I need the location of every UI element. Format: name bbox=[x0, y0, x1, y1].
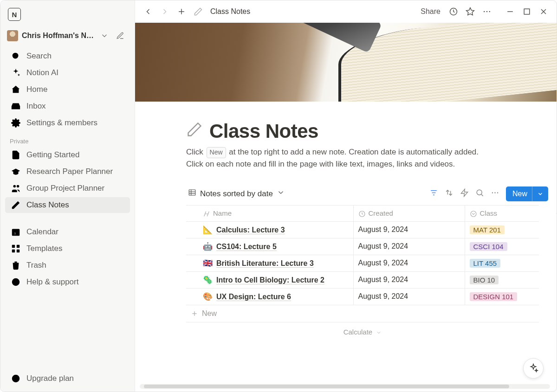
gear-icon bbox=[11, 118, 21, 128]
share-button[interactable]: Share bbox=[417, 6, 444, 18]
table-row[interactable]: 🦠Intro to Cell Biology: Lecture 2August … bbox=[186, 271, 539, 288]
automation-icon[interactable] bbox=[460, 188, 469, 199]
row-created: August 9, 2024 bbox=[353, 255, 465, 271]
window-close-icon[interactable] bbox=[536, 4, 551, 19]
app-logo: N bbox=[3, 4, 132, 28]
chevron-down-icon bbox=[100, 31, 109, 40]
svg-point-3 bbox=[13, 185, 16, 188]
class-tag: CSCI 104 bbox=[470, 242, 507, 251]
page-emoji-icon[interactable] bbox=[186, 121, 203, 141]
favorite-icon[interactable] bbox=[463, 4, 478, 19]
sidebar-item-home[interactable]: Home bbox=[5, 82, 130, 97]
clock-icon bbox=[358, 210, 366, 218]
sidebar-item-label: Research Paper Planner bbox=[26, 167, 113, 176]
workspace-switcher[interactable]: Chris Hoffman's N… bbox=[3, 28, 132, 43]
sidebar-item-settings[interactable]: Settings & members bbox=[5, 115, 130, 131]
sidebar-page-group[interactable]: Group Project Planner bbox=[5, 180, 130, 196]
table-row[interactable]: 🎨UX Design: Lecture 6August 9, 2024DESIG… bbox=[186, 288, 539, 305]
row-name[interactable]: 📐Calculus: Lecture 3 bbox=[186, 221, 353, 238]
svg-point-40 bbox=[494, 193, 495, 193]
row-created: August 9, 2024 bbox=[353, 238, 465, 255]
table-row[interactable]: 🤖CS104: Lecture 5August 9, 2024CSCI 104 bbox=[186, 238, 539, 255]
svg-marker-21 bbox=[466, 7, 474, 15]
sort-icon[interactable] bbox=[445, 188, 453, 199]
row-emoji-icon: 📐 bbox=[203, 225, 213, 234]
row-name[interactable]: 🎨UX Design: Lecture 6 bbox=[186, 288, 353, 305]
row-created: August 9, 2024 bbox=[353, 288, 465, 305]
col-name[interactable]: Name bbox=[186, 205, 353, 221]
svg-point-39 bbox=[492, 193, 493, 193]
more-icon[interactable] bbox=[479, 4, 494, 19]
svg-point-0 bbox=[13, 53, 19, 59]
window-maximize-icon[interactable] bbox=[519, 4, 534, 19]
page-body: Class Notes Click New at the top right t… bbox=[186, 102, 548, 341]
col-class[interactable]: Class bbox=[465, 205, 539, 221]
trash-icon bbox=[11, 260, 21, 270]
db-new-row[interactable]: New bbox=[186, 305, 539, 322]
row-name[interactable]: 🤖CS104: Lecture 5 bbox=[186, 238, 353, 255]
row-name[interactable]: 🇬🇧British Literature: Lecture 3 bbox=[186, 255, 353, 271]
filter-icon[interactable] bbox=[429, 188, 438, 199]
row-class: LIT 455 bbox=[465, 255, 539, 271]
search-icon[interactable] bbox=[475, 188, 484, 199]
sidebar-item-search[interactable]: Search bbox=[5, 48, 130, 64]
arrow-up-circle-icon bbox=[11, 373, 21, 384]
notion-logo-icon: N bbox=[8, 8, 21, 21]
sidebar-page-research[interactable]: Research Paper Planner bbox=[5, 164, 130, 180]
svg-line-1 bbox=[18, 58, 19, 60]
row-name[interactable]: 🦠Intro to Cell Biology: Lecture 2 bbox=[186, 271, 353, 288]
table-row[interactable]: 🇬🇧British Literature: Lecture 3August 9,… bbox=[186, 255, 539, 271]
sidebar-item-label: Trash bbox=[26, 261, 46, 270]
page-cover[interactable] bbox=[135, 23, 557, 102]
db-view-tab[interactable]: Notes sorted by date bbox=[186, 187, 287, 200]
page-description[interactable]: Click New at the top right to add a new … bbox=[186, 146, 548, 171]
nav-back-button[interactable] bbox=[141, 4, 155, 19]
sidebar-item-label: Upgrade plan bbox=[26, 374, 74, 383]
table-row[interactable]: 📐Calculus: Lecture 3August 9, 2024MAT 20… bbox=[186, 221, 539, 238]
row-created: August 9, 2024 bbox=[353, 271, 465, 288]
page-icon-button[interactable] bbox=[191, 4, 206, 19]
row-emoji-icon: 🤖 bbox=[203, 242, 213, 251]
updates-icon[interactable] bbox=[446, 4, 461, 19]
select-icon bbox=[470, 210, 477, 218]
breadcrumb[interactable]: Class Notes bbox=[210, 7, 250, 16]
db-new-button[interactable]: New bbox=[506, 186, 548, 201]
sidebar-item-upgrade[interactable]: Upgrade plan bbox=[5, 371, 130, 386]
row-emoji-icon: 🎨 bbox=[203, 292, 213, 301]
db-calculate[interactable]: Calculate bbox=[186, 322, 539, 341]
svg-point-37 bbox=[477, 190, 482, 195]
sidebar-item-templates[interactable]: Templates bbox=[5, 241, 130, 257]
svg-rect-29 bbox=[189, 190, 195, 195]
pencil-icon bbox=[11, 200, 21, 210]
svg-point-4 bbox=[17, 185, 19, 188]
svg-point-22 bbox=[484, 11, 485, 12]
sidebar-item-ai[interactable]: Notion AI bbox=[5, 65, 130, 81]
horizontal-scrollbar[interactable] bbox=[140, 384, 550, 389]
compose-icon[interactable] bbox=[116, 31, 125, 40]
sidebar-item-calendar[interactable]: 9 Calendar bbox=[5, 224, 130, 240]
row-class: BIO 10 bbox=[465, 271, 539, 288]
svg-rect-10 bbox=[12, 245, 15, 248]
sidebar-item-inbox[interactable]: Inbox bbox=[5, 98, 130, 114]
col-created[interactable]: Created bbox=[353, 205, 465, 221]
sidebar-section-private: Private bbox=[3, 131, 132, 147]
graduation-icon bbox=[11, 167, 21, 177]
new-page-button[interactable] bbox=[174, 4, 189, 19]
inbox-icon bbox=[11, 101, 21, 111]
class-tag: LIT 455 bbox=[470, 259, 501, 268]
sidebar-item-trash[interactable]: Trash bbox=[5, 257, 130, 273]
sidebar-item-help[interactable]: Help & support bbox=[5, 274, 130, 290]
svg-line-38 bbox=[481, 194, 483, 196]
sidebar-item-label: Inbox bbox=[26, 102, 46, 111]
nav-forward-button[interactable] bbox=[157, 4, 172, 19]
more-icon[interactable] bbox=[491, 188, 499, 199]
ai-fab-button[interactable] bbox=[523, 358, 544, 379]
db-table: Name Created Class 📐Calculus: Lecture 3A… bbox=[186, 205, 539, 305]
window-minimize-icon[interactable] bbox=[503, 4, 518, 19]
sidebar-page-getting-started[interactable]: Getting Started bbox=[5, 147, 130, 163]
page-title[interactable]: Class Notes bbox=[209, 120, 318, 142]
chevron-down-icon bbox=[532, 186, 544, 201]
people-icon bbox=[11, 183, 21, 193]
add-column-button[interactable] bbox=[555, 209, 557, 219]
sidebar-page-class-notes[interactable]: Class Notes bbox=[5, 197, 130, 213]
